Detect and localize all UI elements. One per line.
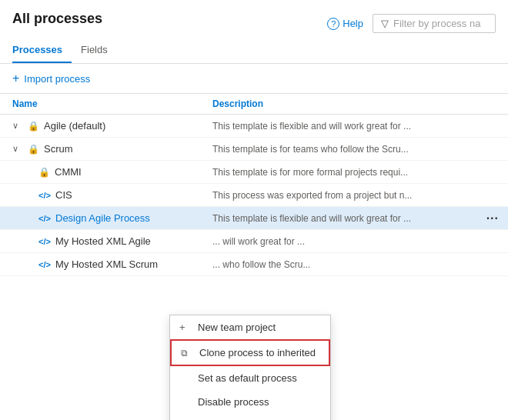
table-row: </> CIS This process was exported from a… xyxy=(0,184,508,207)
chevron-icon[interactable]: ∨ xyxy=(12,121,23,131)
table-header: Name Description xyxy=(0,94,508,115)
code-icon: </> xyxy=(38,260,51,269)
import-label: Import process xyxy=(24,73,90,85)
col-description-header: Description xyxy=(212,98,496,109)
row-description: ... who follow the Scru... xyxy=(212,259,496,270)
col-name-header: Name xyxy=(12,98,212,109)
row-name-cell: </> My Hosted XML Agile xyxy=(12,235,212,247)
table-row: </> My Hosted XML Agile ... will work gr… xyxy=(0,230,508,253)
question-icon: ? xyxy=(327,18,339,30)
row-name-text: Scrum xyxy=(44,143,73,155)
menu-item-new-team-project[interactable]: + New team project xyxy=(170,315,330,339)
more-options-button[interactable]: ··· xyxy=(483,212,502,225)
header-right: ? Help ▽ Filter by process na xyxy=(327,14,496,33)
page-header: All processes ? Help ▽ Filter by process… xyxy=(0,0,508,33)
filter-placeholder: Filter by process na xyxy=(393,18,480,29)
row-description: This template is flexible and will work … xyxy=(212,121,496,132)
context-menu: + New team project ⧉ Clone process to in… xyxy=(169,315,331,420)
tabs-bar: Processes Fields xyxy=(0,38,508,64)
lock-icon: 🔒 xyxy=(38,167,50,178)
import-process-button[interactable]: + Import process xyxy=(12,70,90,87)
menu-item-label: Clone process to inherited xyxy=(199,347,316,358)
help-label: Help xyxy=(343,18,363,29)
table-row: 🔒 CMMI This template is for more formal … xyxy=(0,161,508,184)
menu-item-disable-process[interactable]: Disable process xyxy=(170,390,330,414)
menu-item-label: Disable process xyxy=(198,396,269,408)
row-name-cell: </> CIS xyxy=(12,189,212,201)
menu-item-set-default[interactable]: Set as default process xyxy=(170,366,330,390)
plus-icon: + xyxy=(12,72,19,85)
row-name-text: CIS xyxy=(55,189,72,201)
row-description: ... will work great for ... xyxy=(212,236,496,247)
row-name-text: My Hosted XML Agile xyxy=(55,235,151,247)
plus-menu-icon: + xyxy=(179,322,192,333)
table-body: ∨ 🔒 Agile (default) This template is fle… xyxy=(0,115,508,276)
menu-item-clone-process[interactable]: ⧉ Clone process to inherited xyxy=(170,339,330,366)
code-icon: </> xyxy=(38,214,51,223)
page-title: All processes xyxy=(12,11,102,27)
menu-item-label: New team project xyxy=(198,322,276,333)
toolbar: + Import process xyxy=(0,64,508,94)
code-icon: </> xyxy=(38,191,51,200)
filter-input-box[interactable]: ▽ Filter by process na xyxy=(373,14,496,33)
row-name-cell: ∨ 🔒 Agile (default) xyxy=(12,120,212,132)
row-description: This template is for teams who follow th… xyxy=(212,144,496,155)
menu-item-label: Set as default process xyxy=(198,372,297,384)
clone-menu-icon: ⧉ xyxy=(181,348,193,358)
table-row: ∨ 🔒 Scrum This template is for teams who… xyxy=(0,138,508,161)
row-name-cell: 🔒 CMMI xyxy=(12,166,212,178)
menu-item-export[interactable]: ↵ Export xyxy=(170,414,330,420)
help-link[interactable]: ? Help xyxy=(327,18,363,30)
lock-icon: 🔒 xyxy=(28,144,39,155)
row-name-text: My Hosted XML Scrum xyxy=(55,258,158,270)
row-name-text: Agile (default) xyxy=(44,120,105,132)
lock-icon: 🔒 xyxy=(28,121,39,132)
tab-processes[interactable]: Processes xyxy=(12,38,72,63)
row-description: This process was exported from a project… xyxy=(212,190,496,201)
row-description: This template is flexible and will work … xyxy=(212,213,496,224)
filter-icon: ▽ xyxy=(381,18,389,29)
row-name-text[interactable]: Design Agile Process xyxy=(55,212,150,224)
table-row: ∨ 🔒 Agile (default) This template is fle… xyxy=(0,115,508,138)
chevron-icon[interactable]: ∨ xyxy=(12,144,23,154)
tab-fields[interactable]: Fields xyxy=(81,38,117,63)
table-row-selected[interactable]: </> Design Agile Process This template i… xyxy=(0,207,508,230)
table-row: </> My Hosted XML Scrum ... who follow t… xyxy=(0,253,508,276)
code-icon: </> xyxy=(38,237,51,246)
row-name-text: CMMI xyxy=(55,166,82,178)
row-name-cell: </> My Hosted XML Scrum xyxy=(12,258,212,270)
row-name-cell: ∨ 🔒 Scrum xyxy=(12,143,212,155)
row-name-cell: </> Design Agile Process xyxy=(12,212,212,224)
row-description: This template is for more formal project… xyxy=(212,167,496,178)
